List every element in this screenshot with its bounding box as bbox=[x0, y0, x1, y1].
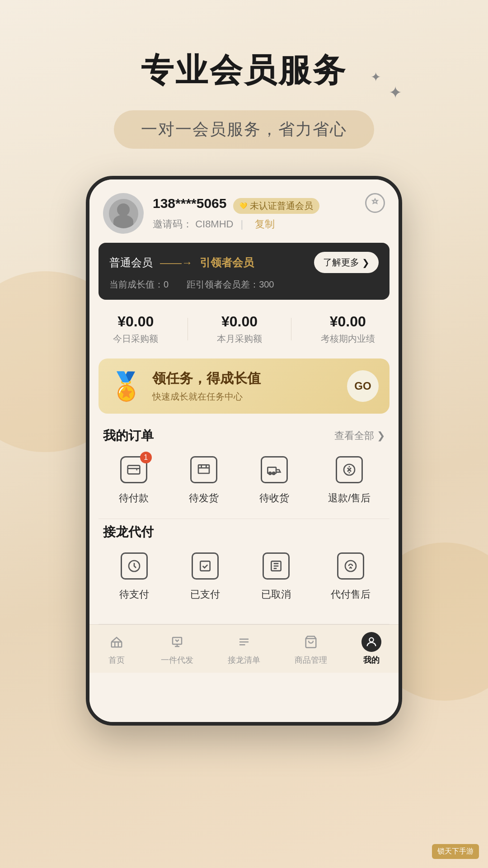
dropship-label: 一件代发 bbox=[161, 655, 193, 665]
stat-month: ¥0.00 本月采购额 bbox=[217, 313, 262, 345]
nav-item-mine[interactable]: 我的 bbox=[361, 632, 381, 665]
products-label: 商品管理 bbox=[295, 655, 327, 665]
settings-icon[interactable] bbox=[365, 193, 385, 213]
learn-more-button[interactable]: 了解更多 ❯ bbox=[314, 252, 379, 273]
orders-title: 我的订单 bbox=[103, 427, 154, 444]
proxy-aftersales-label: 代付售后 bbox=[331, 588, 371, 601]
watermark: 锁天下手游 bbox=[432, 844, 479, 859]
proxy-grid: 待支付 已支付 bbox=[89, 550, 399, 615]
upgrade-stats: 当前成长值：0 距引领者会员差：300 bbox=[109, 278, 379, 291]
svg-marker-0 bbox=[373, 199, 378, 203]
stat-month-label: 本月采购额 bbox=[217, 333, 262, 345]
pending-shipment-label: 待发货 bbox=[189, 491, 219, 505]
groupbuy-icon bbox=[234, 632, 254, 652]
go-button[interactable]: GO bbox=[347, 370, 379, 402]
bottom-nav: 首页 一件代发 bbox=[89, 624, 399, 673]
upgrade-arrow: ——→ bbox=[160, 256, 192, 269]
view-all-orders-link[interactable]: 查看全部 ❯ bbox=[334, 429, 385, 443]
page-title: 专业会员服务 bbox=[0, 49, 488, 92]
refund-icon bbox=[336, 456, 363, 483]
phone-content: 138****5065 💛 未认证普通会员 邀请码： CI8MHD | 复制 bbox=[89, 179, 399, 722]
order-item-pending-receipt[interactable]: 待收货 bbox=[258, 453, 291, 505]
svg-rect-11 bbox=[112, 642, 122, 647]
nav-item-dropship[interactable]: 一件代发 bbox=[161, 632, 193, 665]
nav-item-products[interactable]: 商品管理 bbox=[295, 632, 327, 665]
proxy-item-pending[interactable]: 待支付 bbox=[118, 550, 150, 601]
proxy-paid-icon bbox=[192, 552, 219, 580]
member-badge: 💛 未认证普通会员 bbox=[233, 198, 319, 214]
profile-section: 138****5065 💛 未认证普通会员 邀请码： CI8MHD | 复制 bbox=[89, 179, 399, 243]
task-icon: 🏅 bbox=[109, 370, 143, 402]
phone-container: 138****5065 💛 未认证普通会员 邀请码： CI8MHD | 复制 bbox=[0, 176, 488, 726]
subtitle-pill: 一对一会员服务，省力省心 bbox=[114, 110, 374, 149]
mine-icon bbox=[361, 632, 381, 652]
current-member-level: 普通会员 bbox=[109, 255, 153, 270]
stats-row: ¥0.00 今日采购额 ¥0.00 本月采购额 ¥0.00 考核期内业绩 bbox=[89, 300, 399, 359]
upgrade-banner: 普通会员 ——→ 引领者会员 了解更多 ❯ 当前成长值：0 距引领者会员差：30… bbox=[99, 243, 389, 300]
pending-receipt-icon bbox=[261, 456, 288, 483]
groupbuy-label: 接龙清单 bbox=[228, 655, 260, 665]
invite-code-row: 邀请码： CI8MHD | 复制 bbox=[153, 217, 385, 231]
proxy-title: 接龙代付 bbox=[103, 524, 154, 541]
proxy-pending-icon bbox=[121, 552, 148, 580]
home-icon bbox=[107, 632, 127, 652]
svg-rect-2 bbox=[198, 465, 209, 473]
task-banner[interactable]: 🏅 领任务，得成长值 快速成长就在任务中心 GO bbox=[99, 359, 389, 414]
refund-label: 退款/售后 bbox=[328, 491, 371, 505]
pending-shipment-icon bbox=[190, 456, 217, 483]
svg-rect-1 bbox=[127, 466, 140, 474]
svg-point-10 bbox=[345, 561, 356, 571]
proxy-aftersales-icon bbox=[337, 552, 364, 580]
orders-section-header: 我的订单 查看全部 ❯ bbox=[89, 423, 399, 453]
phone-number: 138****5065 bbox=[153, 196, 227, 211]
phone-mockup: 138****5065 💛 未认证普通会员 邀请码： CI8MHD | 复制 bbox=[86, 176, 402, 726]
svg-point-17 bbox=[369, 638, 373, 642]
stat-today-value: ¥0.00 bbox=[113, 313, 158, 330]
proxy-paid-label: 已支付 bbox=[190, 588, 220, 601]
proxy-item-aftersales[interactable]: 代付售后 bbox=[331, 550, 371, 601]
order-item-pending-shipment[interactable]: 待发货 bbox=[188, 453, 220, 505]
stat-performance: ¥0.00 考核期内业绩 bbox=[321, 313, 375, 345]
nav-item-groupbuy[interactable]: 接龙清单 bbox=[228, 632, 260, 665]
stat-today: ¥0.00 今日采购额 bbox=[113, 313, 158, 345]
header-area: ✦ ✦ 专业会员服务 一对一会员服务，省力省心 bbox=[0, 0, 488, 149]
task-title: 领任务，得成长值 bbox=[152, 369, 338, 388]
proxy-section-header: 接龙代付 bbox=[89, 519, 399, 550]
home-label: 首页 bbox=[108, 655, 125, 665]
invite-code-value: CI8MHD bbox=[195, 218, 233, 230]
svg-rect-8 bbox=[200, 561, 210, 571]
sparkle-icon-1: ✦ bbox=[371, 70, 381, 85]
task-subtitle: 快速成长就在任务中心 bbox=[152, 391, 338, 403]
order-item-pending-payment[interactable]: 1 待付款 bbox=[117, 453, 150, 505]
products-icon bbox=[301, 632, 321, 652]
stat-month-value: ¥0.00 bbox=[217, 313, 262, 330]
copy-button[interactable]: 复制 bbox=[255, 218, 275, 230]
pending-payment-badge: 1 bbox=[140, 452, 152, 463]
proxy-cancelled-label: 已取消 bbox=[261, 588, 291, 601]
stat-performance-label: 考核期内业绩 bbox=[321, 333, 375, 345]
mine-label: 我的 bbox=[363, 655, 380, 665]
pending-receipt-label: 待收货 bbox=[259, 491, 289, 505]
nav-item-home[interactable]: 首页 bbox=[107, 632, 127, 665]
avatar bbox=[103, 193, 144, 234]
proxy-cancelled-icon bbox=[263, 552, 290, 580]
order-item-refund[interactable]: 退款/售后 bbox=[328, 453, 371, 505]
sparkle-icon-2: ✦ bbox=[389, 83, 402, 102]
stat-performance-value: ¥0.00 bbox=[321, 313, 375, 330]
proxy-item-cancelled[interactable]: 已取消 bbox=[260, 550, 292, 601]
profile-info: 138****5065 💛 未认证普通会员 邀请码： CI8MHD | 复制 bbox=[153, 196, 385, 231]
task-text: 领任务，得成长值 快速成长就在任务中心 bbox=[152, 369, 338, 403]
dropship-icon bbox=[167, 632, 187, 652]
orders-grid: 1 待付款 待发货 bbox=[89, 453, 399, 519]
pending-payment-label: 待付款 bbox=[119, 491, 149, 505]
proxy-item-paid[interactable]: 已支付 bbox=[189, 550, 221, 601]
proxy-pending-label: 待支付 bbox=[119, 588, 149, 601]
target-member-level: 引领者会员 bbox=[200, 255, 254, 270]
stat-today-label: 今日采购额 bbox=[113, 333, 158, 345]
